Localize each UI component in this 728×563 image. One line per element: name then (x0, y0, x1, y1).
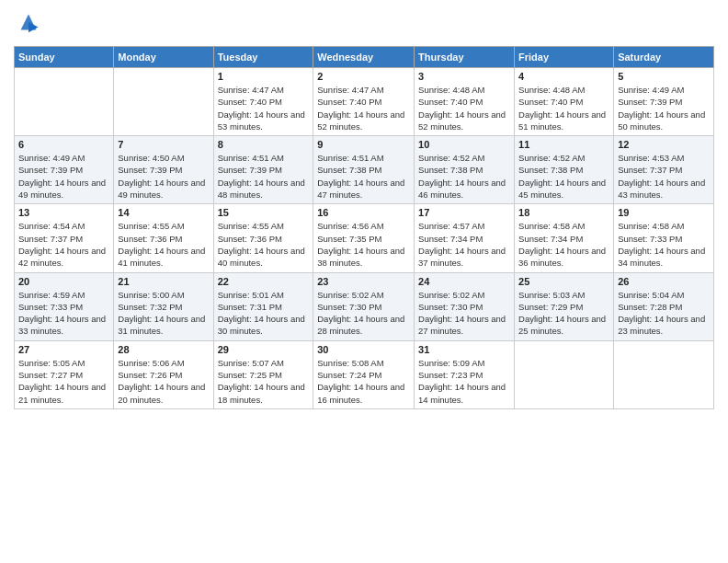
sunrise-text: Sunrise: 4:48 AM (518, 84, 609, 96)
sunrise-text: Sunrise: 4:47 AM (317, 84, 410, 96)
day-number: 14 (118, 207, 209, 218)
sunset-text: Sunset: 7:36 PM (118, 233, 209, 245)
day-info: Sunrise: 4:58 AMSunset: 7:34 PMDaylight:… (518, 220, 609, 269)
day-number: 18 (518, 207, 609, 218)
day-number: 20 (18, 276, 109, 287)
day-number: 10 (418, 139, 510, 150)
column-header-wednesday: Wednesday (313, 47, 415, 68)
day-number: 8 (218, 139, 310, 150)
calendar-cell (114, 68, 213, 136)
day-info: Sunrise: 4:49 AMSunset: 7:39 PMDaylight:… (18, 152, 109, 201)
day-number: 6 (18, 139, 109, 150)
day-number: 16 (317, 207, 410, 218)
sunrise-text: Sunrise: 4:52 AM (418, 152, 510, 164)
week-row-4: 20Sunrise: 4:59 AMSunset: 7:33 PMDayligh… (15, 272, 714, 340)
sunrise-text: Sunrise: 4:48 AM (418, 84, 510, 96)
day-number: 23 (317, 276, 410, 287)
day-info: Sunrise: 5:00 AMSunset: 7:32 PMDaylight:… (118, 289, 209, 338)
daylight-text: Daylight: 14 hours and 52 minutes. (418, 109, 510, 133)
week-row-3: 13Sunrise: 4:54 AMSunset: 7:37 PMDayligh… (15, 204, 714, 272)
logo (14, 9, 41, 39)
calendar-cell: 26Sunrise: 5:04 AMSunset: 7:28 PMDayligh… (614, 272, 714, 340)
calendar-cell: 23Sunrise: 5:02 AMSunset: 7:30 PMDayligh… (313, 272, 415, 340)
calendar-cell: 7Sunrise: 4:50 AMSunset: 7:39 PMDaylight… (114, 136, 213, 204)
sunset-text: Sunset: 7:38 PM (518, 164, 609, 176)
sunset-text: Sunset: 7:28 PM (618, 301, 710, 313)
daylight-text: Daylight: 14 hours and 28 minutes. (317, 313, 410, 338)
day-info: Sunrise: 5:05 AMSunset: 7:27 PMDaylight:… (18, 357, 109, 406)
calendar-cell: 22Sunrise: 5:01 AMSunset: 7:31 PMDayligh… (213, 272, 313, 340)
sunset-text: Sunset: 7:33 PM (18, 301, 109, 313)
page: SundayMondayTuesdayWednesdayThursdayFrid… (0, 0, 728, 563)
daylight-text: Daylight: 14 hours and 27 minutes. (418, 313, 510, 338)
calendar-cell: 30Sunrise: 5:08 AMSunset: 7:24 PMDayligh… (313, 340, 415, 408)
sunset-text: Sunset: 7:34 PM (418, 233, 510, 245)
daylight-text: Daylight: 14 hours and 36 minutes. (518, 245, 609, 270)
day-number: 11 (518, 139, 609, 150)
sunrise-text: Sunrise: 4:51 AM (317, 152, 410, 164)
column-header-saturday: Saturday (614, 47, 714, 68)
sunset-text: Sunset: 7:40 PM (317, 96, 410, 108)
sunset-text: Sunset: 7:29 PM (518, 301, 609, 313)
calendar-cell: 9Sunrise: 4:51 AMSunset: 7:38 PMDaylight… (313, 136, 415, 204)
day-number: 21 (118, 276, 209, 287)
daylight-text: Daylight: 14 hours and 23 minutes. (618, 313, 710, 338)
calendar-cell: 19Sunrise: 4:58 AMSunset: 7:33 PMDayligh… (614, 204, 714, 272)
day-info: Sunrise: 4:51 AMSunset: 7:38 PMDaylight:… (317, 152, 410, 201)
sunset-text: Sunset: 7:23 PM (418, 369, 510, 381)
day-info: Sunrise: 4:58 AMSunset: 7:33 PMDaylight:… (618, 220, 710, 269)
day-info: Sunrise: 4:53 AMSunset: 7:37 PMDaylight:… (618, 152, 710, 201)
daylight-text: Daylight: 14 hours and 18 minutes. (218, 381, 310, 406)
daylight-text: Daylight: 14 hours and 46 minutes. (418, 177, 510, 201)
sunset-text: Sunset: 7:25 PM (218, 369, 310, 381)
daylight-text: Daylight: 14 hours and 21 minutes. (18, 381, 109, 406)
sunset-text: Sunset: 7:33 PM (618, 233, 710, 245)
day-info: Sunrise: 5:02 AMSunset: 7:30 PMDaylight:… (418, 289, 510, 338)
daylight-text: Daylight: 14 hours and 42 minutes. (18, 245, 109, 270)
day-info: Sunrise: 5:01 AMSunset: 7:31 PMDaylight:… (218, 289, 310, 338)
calendar-cell: 1Sunrise: 4:47 AMSunset: 7:40 PMDaylight… (213, 68, 313, 136)
day-info: Sunrise: 4:57 AMSunset: 7:34 PMDaylight:… (418, 220, 510, 269)
day-number: 4 (518, 71, 609, 82)
daylight-text: Daylight: 14 hours and 45 minutes. (518, 177, 609, 201)
sunrise-text: Sunrise: 4:58 AM (518, 220, 609, 232)
daylight-text: Daylight: 14 hours and 38 minutes. (317, 245, 410, 270)
day-number: 5 (618, 71, 710, 82)
daylight-text: Daylight: 14 hours and 41 minutes. (118, 245, 209, 270)
column-header-tuesday: Tuesday (213, 47, 313, 68)
day-info: Sunrise: 4:52 AMSunset: 7:38 PMDaylight:… (418, 152, 510, 201)
day-info: Sunrise: 5:06 AMSunset: 7:26 PMDaylight:… (118, 357, 209, 406)
column-header-sunday: Sunday (15, 47, 114, 68)
day-number: 24 (418, 276, 510, 287)
day-number: 12 (618, 139, 710, 150)
daylight-text: Daylight: 14 hours and 25 minutes. (518, 313, 609, 338)
sunrise-text: Sunrise: 5:01 AM (218, 289, 310, 301)
sunset-text: Sunset: 7:31 PM (218, 301, 310, 313)
sunrise-text: Sunrise: 5:02 AM (317, 289, 410, 301)
sunrise-text: Sunrise: 5:06 AM (118, 357, 209, 369)
day-info: Sunrise: 4:49 AMSunset: 7:39 PMDaylight:… (618, 84, 710, 132)
calendar-cell: 14Sunrise: 4:55 AMSunset: 7:36 PMDayligh… (114, 204, 213, 272)
sunset-text: Sunset: 7:34 PM (518, 233, 609, 245)
sunrise-text: Sunrise: 4:52 AM (518, 152, 609, 164)
sunset-text: Sunset: 7:38 PM (418, 164, 510, 176)
sunset-text: Sunset: 7:39 PM (618, 96, 710, 108)
sunrise-text: Sunrise: 4:50 AM (118, 152, 209, 164)
day-number: 25 (518, 276, 609, 287)
sunrise-text: Sunrise: 5:02 AM (418, 289, 510, 301)
sunset-text: Sunset: 7:26 PM (118, 369, 209, 381)
calendar-cell (515, 340, 614, 408)
day-info: Sunrise: 4:48 AMSunset: 7:40 PMDaylight:… (418, 84, 510, 132)
header-row: SundayMondayTuesdayWednesdayThursdayFrid… (15, 47, 714, 68)
calendar-cell: 16Sunrise: 4:56 AMSunset: 7:35 PMDayligh… (313, 204, 415, 272)
header (14, 9, 714, 39)
day-info: Sunrise: 4:59 AMSunset: 7:33 PMDaylight:… (18, 289, 109, 338)
calendar-cell: 2Sunrise: 4:47 AMSunset: 7:40 PMDaylight… (313, 68, 415, 136)
sunset-text: Sunset: 7:24 PM (317, 369, 410, 381)
day-info: Sunrise: 5:08 AMSunset: 7:24 PMDaylight:… (317, 357, 410, 406)
sunrise-text: Sunrise: 4:54 AM (18, 220, 109, 232)
day-info: Sunrise: 4:55 AMSunset: 7:36 PMDaylight:… (218, 220, 310, 269)
daylight-text: Daylight: 14 hours and 20 minutes. (118, 381, 209, 406)
day-number: 28 (118, 344, 209, 355)
day-info: Sunrise: 5:07 AMSunset: 7:25 PMDaylight:… (218, 357, 310, 406)
